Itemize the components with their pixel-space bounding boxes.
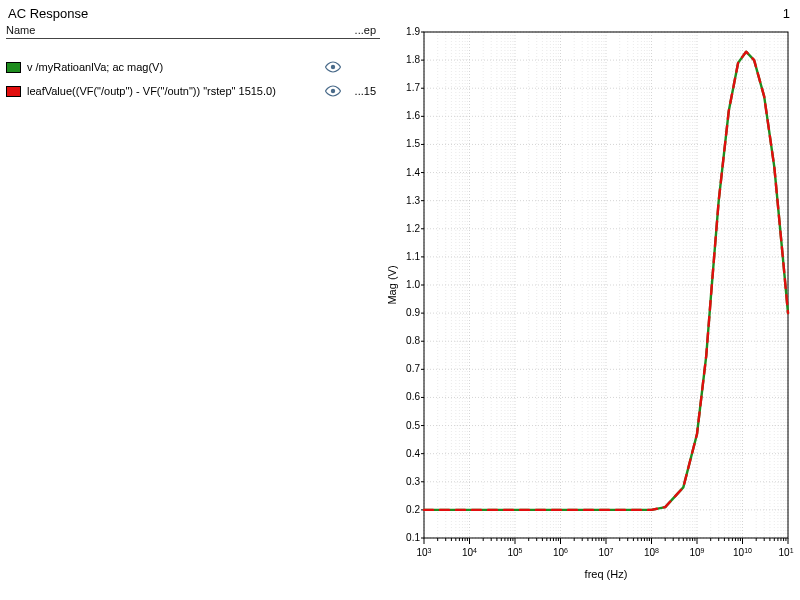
legend-header-ep: ...ep [346,24,380,36]
chart-svg: 0.10.20.30.40.50.60.70.80.91.01.11.21.31… [384,24,794,584]
svg-text:1010: 1010 [733,547,752,559]
page-number: 1 [783,6,790,21]
svg-text:1.8: 1.8 [406,54,420,65]
svg-text:0.8: 0.8 [406,335,420,346]
trace-ep-value: ...15 [350,85,380,97]
svg-text:107: 107 [598,547,613,559]
svg-text:1.7: 1.7 [406,82,420,93]
svg-text:108: 108 [644,547,659,559]
legend-panel: Name ...ep v /myRatioanlVa; ac mag(V) le… [6,24,380,105]
svg-text:0.3: 0.3 [406,476,420,487]
trace-swatch [6,86,21,97]
svg-text:109: 109 [689,547,704,559]
page-title: AC Response [8,6,88,21]
svg-text:106: 106 [553,547,568,559]
svg-text:1.9: 1.9 [406,26,420,37]
svg-text:1.2: 1.2 [406,223,420,234]
trace-label: v /myRatioanlVa; ac mag(V) [27,61,320,73]
legend-header: Name ...ep [6,24,380,39]
svg-text:0.2: 0.2 [406,504,420,515]
svg-text:0.1: 0.1 [406,532,420,543]
svg-text:0.6: 0.6 [406,391,420,402]
svg-text:1.1: 1.1 [406,251,420,262]
svg-text:104: 104 [462,547,477,559]
svg-text:1.4: 1.4 [406,167,420,178]
svg-text:1011: 1011 [779,547,794,559]
legend-row[interactable]: leafValue((VF("/outp") - VF("/outn")) "r… [6,81,380,101]
svg-text:1.3: 1.3 [406,195,420,206]
chart: 0.10.20.30.40.50.60.70.80.91.01.11.21.31… [384,24,794,584]
visibility-toggle-icon[interactable] [324,60,342,74]
trace-label: leafValue((VF("/outp") - VF("/outn")) "r… [27,85,320,97]
svg-point-0 [331,65,335,69]
svg-point-1 [331,89,335,93]
legend-header-name: Name [6,24,346,36]
svg-text:1.0: 1.0 [406,279,420,290]
trace-swatch [6,62,21,73]
svg-text:1.5: 1.5 [406,138,420,149]
legend-row[interactable]: v /myRatioanlVa; ac mag(V) [6,57,380,77]
svg-text:Mag (V): Mag (V) [386,265,398,304]
svg-text:freq (Hz): freq (Hz) [585,568,628,580]
visibility-toggle-icon[interactable] [324,84,342,98]
svg-text:0.9: 0.9 [406,307,420,318]
svg-text:0.5: 0.5 [406,420,420,431]
svg-text:0.7: 0.7 [406,363,420,374]
svg-text:1.6: 1.6 [406,110,420,121]
svg-text:0.4: 0.4 [406,448,420,459]
svg-text:105: 105 [507,547,522,559]
svg-text:103: 103 [416,547,431,559]
